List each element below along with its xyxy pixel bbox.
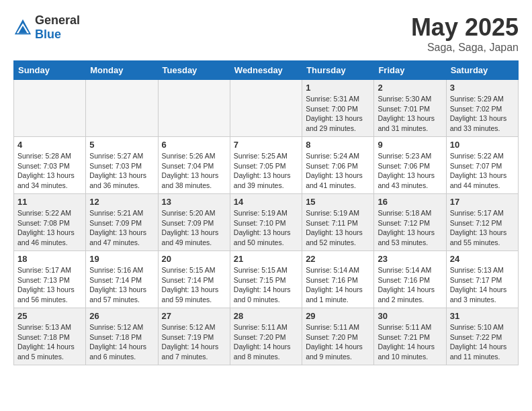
- calendar-cell: [158, 80, 230, 137]
- calendar-cell: 27Sunrise: 5:12 AMSunset: 7:19 PMDayligh…: [158, 308, 230, 365]
- calendar-header-row: SundayMondayTuesdayWednesdayThursdayFrid…: [14, 61, 519, 80]
- day-info: Sunrise: 5:12 AMSunset: 7:18 PMDaylight:…: [89, 322, 154, 362]
- title-block: May 2025 Saga, Saga, Japan: [411, 13, 519, 54]
- day-number: 6: [162, 140, 226, 150]
- calendar-cell: 21Sunrise: 5:15 AMSunset: 7:15 PMDayligh…: [230, 251, 302, 308]
- logo-blue: Blue: [35, 28, 61, 41]
- calendar-cell: 13Sunrise: 5:20 AMSunset: 7:09 PMDayligh…: [158, 194, 230, 251]
- day-number: 5: [89, 140, 154, 150]
- calendar-cell: 4Sunrise: 5:28 AMSunset: 7:03 PMDaylight…: [14, 137, 86, 194]
- column-header-friday: Friday: [374, 61, 446, 80]
- day-info: Sunrise: 5:22 AMSunset: 7:08 PMDaylight:…: [17, 208, 82, 248]
- calendar-cell: 15Sunrise: 5:19 AMSunset: 7:11 PMDayligh…: [302, 194, 374, 251]
- column-header-monday: Monday: [86, 61, 158, 80]
- calendar-cell: 25Sunrise: 5:13 AMSunset: 7:18 PMDayligh…: [14, 308, 86, 365]
- day-number: 27: [162, 311, 226, 321]
- day-info: Sunrise: 5:14 AMSunset: 7:16 PMDaylight:…: [378, 265, 442, 305]
- day-number: 31: [450, 311, 515, 321]
- day-info: Sunrise: 5:12 AMSunset: 7:19 PMDaylight:…: [162, 322, 226, 362]
- calendar-cell: 11Sunrise: 5:22 AMSunset: 7:08 PMDayligh…: [14, 194, 86, 251]
- day-info: Sunrise: 5:30 AMSunset: 7:01 PMDaylight:…: [378, 94, 442, 134]
- calendar-week-row: 4Sunrise: 5:28 AMSunset: 7:03 PMDaylight…: [14, 137, 519, 194]
- calendar-cell: 2Sunrise: 5:30 AMSunset: 7:01 PMDaylight…: [374, 80, 446, 137]
- calendar-cell: 23Sunrise: 5:14 AMSunset: 7:16 PMDayligh…: [374, 251, 446, 308]
- column-header-sunday: Sunday: [14, 61, 86, 80]
- day-info: Sunrise: 5:29 AMSunset: 7:02 PMDaylight:…: [450, 94, 515, 134]
- calendar-cell: 3Sunrise: 5:29 AMSunset: 7:02 PMDaylight…: [446, 80, 518, 137]
- column-header-saturday: Saturday: [446, 61, 518, 80]
- day-number: 21: [234, 254, 298, 264]
- calendar-cell: 20Sunrise: 5:15 AMSunset: 7:14 PMDayligh…: [158, 251, 230, 308]
- month-title: May 2025: [411, 13, 519, 42]
- day-number: 3: [450, 83, 515, 93]
- day-info: Sunrise: 5:24 AMSunset: 7:06 PMDaylight:…: [306, 151, 370, 191]
- day-number: 23: [378, 254, 442, 264]
- logo: General Blue: [13, 13, 80, 42]
- day-info: Sunrise: 5:10 AMSunset: 7:22 PMDaylight:…: [450, 322, 515, 362]
- day-info: Sunrise: 5:16 AMSunset: 7:14 PMDaylight:…: [89, 265, 154, 305]
- calendar-cell: 19Sunrise: 5:16 AMSunset: 7:14 PMDayligh…: [86, 251, 158, 308]
- calendar-cell: 7Sunrise: 5:25 AMSunset: 7:05 PMDaylight…: [230, 137, 302, 194]
- day-info: Sunrise: 5:18 AMSunset: 7:12 PMDaylight:…: [378, 208, 442, 248]
- day-number: 22: [306, 254, 370, 264]
- subtitle: Saga, Saga, Japan: [411, 42, 519, 54]
- day-info: Sunrise: 5:13 AMSunset: 7:17 PMDaylight:…: [450, 265, 515, 305]
- calendar-week-row: 1Sunrise: 5:31 AMSunset: 7:00 PMDaylight…: [14, 80, 519, 137]
- column-header-thursday: Thursday: [302, 61, 374, 80]
- day-info: Sunrise: 5:27 AMSunset: 7:03 PMDaylight:…: [89, 151, 154, 191]
- day-number: 18: [17, 254, 82, 264]
- day-number: 13: [162, 197, 226, 207]
- day-number: 24: [450, 254, 515, 264]
- day-info: Sunrise: 5:22 AMSunset: 7:07 PMDaylight:…: [450, 151, 515, 191]
- calendar-cell: 12Sunrise: 5:21 AMSunset: 7:09 PMDayligh…: [86, 194, 158, 251]
- calendar-cell: 14Sunrise: 5:19 AMSunset: 7:10 PMDayligh…: [230, 194, 302, 251]
- day-info: Sunrise: 5:19 AMSunset: 7:10 PMDaylight:…: [234, 208, 298, 248]
- calendar-cell: 8Sunrise: 5:24 AMSunset: 7:06 PMDaylight…: [302, 137, 374, 194]
- day-info: Sunrise: 5:17 AMSunset: 7:12 PMDaylight:…: [450, 208, 515, 248]
- day-number: 25: [17, 311, 82, 321]
- calendar-cell: 16Sunrise: 5:18 AMSunset: 7:12 PMDayligh…: [374, 194, 446, 251]
- logo-icon: [13, 18, 32, 37]
- column-header-wednesday: Wednesday: [230, 61, 302, 80]
- day-info: Sunrise: 5:11 AMSunset: 7:20 PMDaylight:…: [306, 322, 370, 362]
- day-number: 26: [89, 311, 154, 321]
- calendar-cell: [14, 80, 86, 137]
- day-number: 4: [17, 140, 82, 150]
- day-info: Sunrise: 5:20 AMSunset: 7:09 PMDaylight:…: [162, 208, 226, 248]
- day-info: Sunrise: 5:11 AMSunset: 7:20 PMDaylight:…: [234, 322, 298, 362]
- calendar-table: SundayMondayTuesdayWednesdayThursdayFrid…: [13, 60, 519, 365]
- calendar-cell: 5Sunrise: 5:27 AMSunset: 7:03 PMDaylight…: [86, 137, 158, 194]
- calendar-cell: 29Sunrise: 5:11 AMSunset: 7:20 PMDayligh…: [302, 308, 374, 365]
- calendar-cell: [230, 80, 302, 137]
- day-number: 16: [378, 197, 442, 207]
- day-number: 11: [17, 197, 82, 207]
- calendar-cell: 26Sunrise: 5:12 AMSunset: 7:18 PMDayligh…: [86, 308, 158, 365]
- calendar-cell: 24Sunrise: 5:13 AMSunset: 7:17 PMDayligh…: [446, 251, 518, 308]
- day-info: Sunrise: 5:15 AMSunset: 7:15 PMDaylight:…: [234, 265, 298, 305]
- day-info: Sunrise: 5:23 AMSunset: 7:06 PMDaylight:…: [378, 151, 442, 191]
- calendar-week-row: 11Sunrise: 5:22 AMSunset: 7:08 PMDayligh…: [14, 194, 519, 251]
- day-info: Sunrise: 5:13 AMSunset: 7:18 PMDaylight:…: [17, 322, 82, 362]
- day-number: 30: [378, 311, 442, 321]
- day-number: 28: [234, 311, 298, 321]
- day-info: Sunrise: 5:31 AMSunset: 7:00 PMDaylight:…: [306, 94, 370, 134]
- day-info: Sunrise: 5:17 AMSunset: 7:13 PMDaylight:…: [17, 265, 82, 305]
- day-info: Sunrise: 5:25 AMSunset: 7:05 PMDaylight:…: [234, 151, 298, 191]
- day-info: Sunrise: 5:15 AMSunset: 7:14 PMDaylight:…: [162, 265, 226, 305]
- day-info: Sunrise: 5:26 AMSunset: 7:04 PMDaylight:…: [162, 151, 226, 191]
- calendar-cell: 28Sunrise: 5:11 AMSunset: 7:20 PMDayligh…: [230, 308, 302, 365]
- page-header: General Blue May 2025 Saga, Saga, Japan: [13, 13, 519, 54]
- day-number: 17: [450, 197, 515, 207]
- day-info: Sunrise: 5:21 AMSunset: 7:09 PMDaylight:…: [89, 208, 154, 248]
- calendar-cell: [86, 80, 158, 137]
- day-info: Sunrise: 5:19 AMSunset: 7:11 PMDaylight:…: [306, 208, 370, 248]
- calendar-cell: 6Sunrise: 5:26 AMSunset: 7:04 PMDaylight…: [158, 137, 230, 194]
- day-number: 1: [306, 83, 370, 93]
- day-info: Sunrise: 5:28 AMSunset: 7:03 PMDaylight:…: [17, 151, 82, 191]
- calendar-cell: 9Sunrise: 5:23 AMSunset: 7:06 PMDaylight…: [374, 137, 446, 194]
- day-number: 14: [234, 197, 298, 207]
- calendar-cell: 10Sunrise: 5:22 AMSunset: 7:07 PMDayligh…: [446, 137, 518, 194]
- day-number: 15: [306, 197, 370, 207]
- calendar-cell: 22Sunrise: 5:14 AMSunset: 7:16 PMDayligh…: [302, 251, 374, 308]
- day-number: 9: [378, 140, 442, 150]
